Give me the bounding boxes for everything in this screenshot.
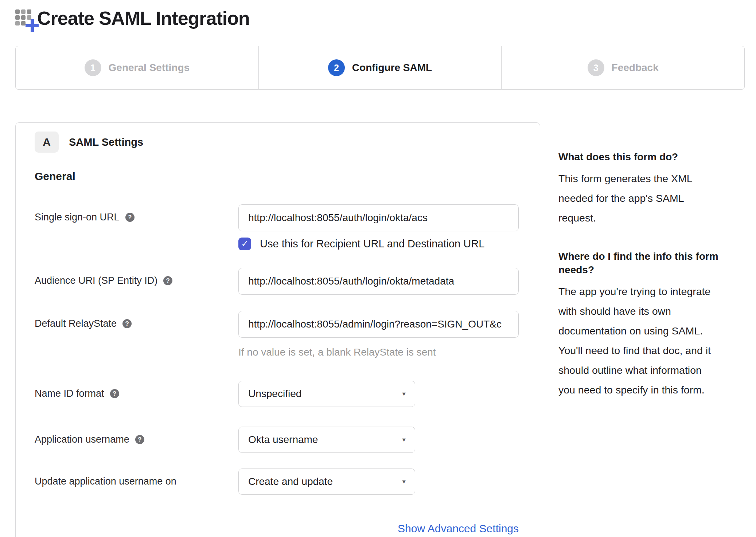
advanced-settings-row: Show Advanced Settings [35,522,519,535]
application-username-value: Okta username [248,434,318,446]
name-id-format-value: Unspecified [248,388,301,400]
field-row-single-sign-on-url: Single sign-on URL ? ✓ Use this for Reci… [35,204,519,250]
field-row-application-username: Application username ? Okta username ▼ [35,427,519,453]
step-label: Feedback [612,62,659,74]
help-icon[interactable]: ? [125,213,135,222]
recipient-url-checkbox-row: ✓ Use this for Recipient URL and Destina… [238,237,519,250]
wizard-step-feedback[interactable]: 3 Feedback [501,46,744,89]
checkbox-checked-icon[interactable]: ✓ [238,238,251,250]
audience-uri-input[interactable] [238,268,519,295]
single-sign-on-url-input[interactable] [238,204,519,231]
app-grid-plus-icon [15,9,34,26]
application-username-select[interactable]: Okta username ▼ [238,427,415,453]
default-relaystate-label: Default RelayState [35,318,117,329]
sidebar-body-what: This form generates the XML needed for t… [558,169,721,228]
create-saml-page: Create SAML Integration 1 General Settin… [15,0,745,537]
sidebar-heading-where: Where do I find the info this form needs… [558,250,721,277]
saml-settings-panel: A SAML Settings General Single sign-on U… [15,122,540,537]
section-a-badge: A [35,132,59,153]
chevron-down-icon: ▼ [401,391,407,397]
update-application-username-value: Create and update [248,476,333,487]
application-username-label: Application username [35,434,129,445]
panel-title: SAML Settings [69,136,143,148]
field-row-name-id-format: Name ID format ? Unspecified ▼ [35,381,519,407]
relaystate-helper-text: If no value is set, a blank RelayState i… [238,346,519,358]
step-number-badge: 3 [588,59,604,76]
page-header: Create SAML Integration [15,0,745,32]
general-heading: General [35,170,519,183]
help-icon[interactable]: ? [122,319,132,328]
name-id-format-select[interactable]: Unspecified ▼ [238,381,415,407]
field-row-update-application-username: Update application username on Create an… [35,469,519,495]
page-title: Create SAML Integration [37,7,250,30]
wizard-step-general-settings[interactable]: 1 General Settings [16,46,258,89]
help-icon[interactable]: ? [135,435,144,444]
show-advanced-settings-link[interactable]: Show Advanced Settings [398,522,519,534]
field-row-audience-uri: Audience URI (SP Entity ID) ? [35,268,519,295]
sidebar-body-where: The app you're trying to integrate with … [558,282,721,400]
step-number-badge: 2 [328,59,345,76]
default-relaystate-input[interactable] [238,311,519,338]
help-sidebar: What does this form do? This form genera… [558,122,721,400]
wizard-step-configure-saml[interactable]: 2 Configure SAML [258,46,502,89]
step-number-badge: 1 [85,59,101,76]
chevron-down-icon: ▼ [401,479,407,485]
recipient-url-checkbox-label: Use this for Recipient URL and Destinati… [260,238,484,250]
sidebar-heading-what: What does this form do? [558,150,721,164]
plus-icon [26,19,39,32]
step-wizard: 1 General Settings 2 Configure SAML 3 Fe… [15,46,745,90]
step-label: Configure SAML [352,62,432,74]
chevron-down-icon: ▼ [401,437,407,443]
audience-uri-label: Audience URI (SP Entity ID) [35,275,157,286]
single-sign-on-url-label: Single sign-on URL [35,212,120,223]
name-id-format-label: Name ID format [35,388,104,399]
panel-header: A SAML Settings [35,132,519,153]
update-application-username-select[interactable]: Create and update ▼ [238,469,415,495]
field-row-default-relaystate: Default RelayState ? If no value is set,… [35,311,519,358]
help-icon[interactable]: ? [110,389,119,398]
update-application-username-label: Update application username on [35,476,176,487]
help-icon[interactable]: ? [163,276,172,285]
step-label: General Settings [109,62,190,74]
